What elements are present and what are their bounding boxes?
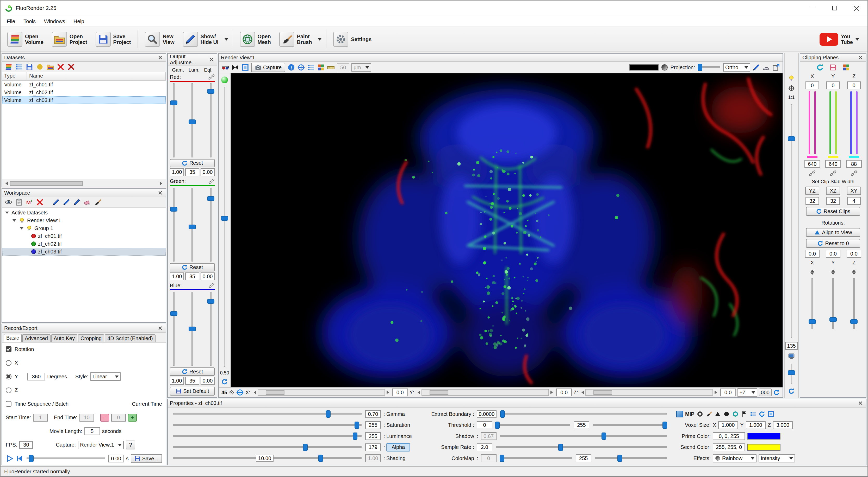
brush-diffuse-icon[interactable]	[63, 198, 70, 206]
tab-basic[interactable]: Basic	[4, 334, 22, 342]
time-input[interactable]	[108, 455, 124, 463]
ring-icon[interactable]	[732, 411, 739, 417]
youtube-button[interactable]: YouTube	[819, 33, 859, 46]
gradient-background-icon[interactable]	[661, 64, 669, 71]
paint-icon[interactable]	[706, 411, 712, 417]
show-hide-ui-dropdown[interactable]	[223, 29, 229, 49]
bulb-icon[interactable]	[26, 225, 32, 231]
slider-thumb[interactable]	[788, 136, 795, 141]
open-folder-icon[interactable]	[46, 63, 54, 71]
maximize-button[interactable]	[824, 1, 846, 15]
paint-overlay-icon[interactable]	[752, 64, 760, 71]
secnd-color-input[interactable]	[713, 443, 745, 451]
expander-icon[interactable]	[20, 227, 24, 231]
table-row[interactable]: Volume zf_ch01.tif	[2, 81, 166, 89]
scroll-left-icon[interactable]	[2, 180, 9, 187]
z-rot-spinner[interactable]	[850, 268, 858, 330]
colormap-mode-select[interactable]: Intensity	[758, 454, 795, 463]
paint-brush-dropdown[interactable]	[316, 29, 323, 49]
flag-icon[interactable]	[741, 411, 748, 417]
menu-file[interactable]: File	[3, 18, 19, 26]
info-icon[interactable]	[287, 64, 295, 71]
voxel-y-input[interactable]	[746, 421, 766, 429]
y-rotation-slider[interactable]	[422, 389, 549, 396]
decrement-button[interactable]: –	[100, 414, 109, 421]
menu-windows[interactable]: Windows	[40, 18, 69, 26]
play-icon[interactable]	[6, 455, 13, 463]
close-icon[interactable]	[209, 56, 215, 63]
capture-button[interactable]: Capture	[251, 63, 285, 72]
threshold-low-input[interactable]	[477, 421, 492, 429]
z-size-input[interactable]	[846, 160, 862, 168]
reset-clips-button[interactable]: Reset Clips	[806, 207, 860, 216]
slider-thumb[interactable]	[500, 410, 505, 418]
slider-thumb[interactable]	[353, 433, 358, 440]
legend-icon[interactable]	[307, 64, 315, 71]
x-rot-spinner[interactable]	[808, 268, 816, 330]
tree-node-view[interactable]: Render View:1	[2, 216, 166, 224]
add-mask-icon[interactable]	[26, 198, 33, 206]
colormap-low-input[interactable]	[481, 454, 497, 462]
slider-thumb[interactable]	[207, 89, 214, 94]
threshold-low-slider[interactable]	[495, 421, 571, 430]
axis-mode-select[interactable]: +Z	[738, 388, 757, 397]
increase-icon[interactable]	[386, 390, 391, 394]
spin-down-icon[interactable]	[810, 272, 814, 277]
degrees-input[interactable]	[27, 373, 45, 380]
open-project-button[interactable]: OpenProject	[48, 29, 91, 50]
help-button[interactable]: ?	[126, 441, 135, 449]
slider-thumb[interactable]	[170, 100, 177, 105]
legend-icon[interactable]	[750, 411, 756, 417]
table-row-selected[interactable]: Volume zf_ch03.tif	[2, 96, 166, 104]
shadow-slider[interactable]	[499, 432, 668, 440]
background-color-swatch[interactable]	[629, 64, 658, 70]
brush-select-icon[interactable]	[52, 198, 60, 206]
tab-cropping[interactable]: Cropping	[78, 334, 104, 342]
slider-thumb[interactable]	[221, 216, 228, 221]
rotate-step-icon[interactable]	[229, 389, 235, 395]
yz-button[interactable]: YZ	[805, 186, 819, 195]
slider-thumb[interactable]	[830, 317, 837, 322]
reset-icon[interactable]	[758, 411, 765, 417]
blue-gamma-slider[interactable]	[170, 291, 178, 367]
blue-equalize-slider[interactable]	[207, 291, 215, 367]
saturation-input[interactable]	[365, 421, 381, 429]
protractor-icon[interactable]	[762, 64, 770, 71]
red-gamma-input[interactable]	[170, 168, 184, 176]
close-icon[interactable]	[157, 325, 164, 332]
shadow-input[interactable]	[481, 432, 497, 440]
secnd-color-swatch[interactable]	[747, 444, 780, 451]
luminance-input[interactable]	[365, 432, 381, 440]
x-size-input[interactable]	[804, 160, 820, 168]
increase-icon[interactable]	[715, 390, 719, 394]
slider-thumb[interactable]	[326, 410, 331, 418]
z-clip-input[interactable]	[847, 81, 861, 89]
alpha-slider[interactable]	[172, 443, 363, 451]
brush-solid-icon[interactable]	[73, 198, 81, 206]
x-clip-sliders[interactable]	[807, 91, 817, 158]
view-list-icon[interactable]	[15, 63, 23, 71]
mip-toggle[interactable]	[676, 411, 683, 417]
add-volume-icon[interactable]	[5, 63, 12, 71]
xy-width-input[interactable]	[847, 197, 861, 205]
spin-up-icon[interactable]	[831, 268, 835, 272]
align-to-view-button[interactable]: Align to View	[806, 228, 860, 237]
movie-length-input[interactable]	[84, 427, 100, 435]
delete-all-icon[interactable]	[67, 63, 75, 71]
colormap-type-select[interactable]: Rainbow	[713, 454, 756, 463]
alpha-toggle-button[interactable]: Alpha	[386, 443, 410, 451]
slider-thumb[interactable]	[266, 390, 284, 395]
colormap-low-slider[interactable]	[499, 454, 573, 463]
settings-button[interactable]: Settings	[330, 29, 375, 50]
sync-clips-icon[interactable]	[816, 64, 824, 71]
z-rotation-slider[interactable]	[585, 389, 713, 396]
interpolate-icon[interactable]	[768, 411, 774, 417]
zoom-slider[interactable]	[787, 103, 795, 339]
spin-up-icon[interactable]	[852, 268, 856, 272]
axis-y-radio[interactable]	[6, 374, 11, 379]
minimize-button[interactable]	[802, 1, 824, 15]
sample-rate-input[interactable]	[477, 443, 492, 451]
saturation-slider[interactable]	[172, 421, 363, 430]
gamma-slider[interactable]	[172, 410, 363, 418]
slider-thumb[interactable]	[593, 390, 612, 395]
